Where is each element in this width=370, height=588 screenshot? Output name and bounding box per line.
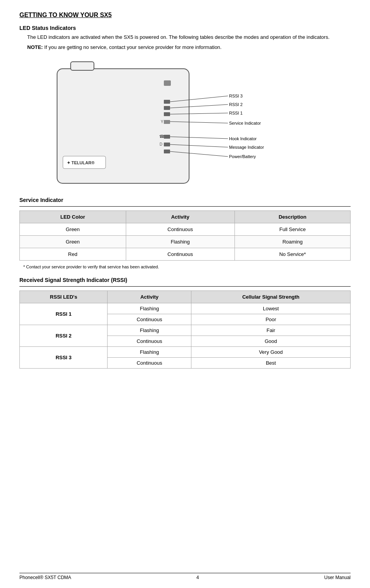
- rssi2-desc1: Fair: [191, 325, 351, 336]
- svg-text:Hook Indicator: Hook Indicator: [229, 136, 257, 141]
- rssi3-activity1: Flashing: [108, 347, 191, 358]
- table-row: Green Continuous Full Service: [20, 223, 351, 236]
- rssi-col-header-led: RSSI LED's: [20, 291, 108, 303]
- svg-text:Service Indicator: Service Indicator: [229, 121, 261, 125]
- page-footer: Phonecell® SX5T CDMA 4 User Manual: [19, 573, 351, 580]
- cell-led-2: Green: [20, 236, 126, 248]
- table-row: Green Flashing Roaming: [20, 236, 351, 248]
- table-row: RSSI 1 Flashing Lowest: [20, 303, 351, 314]
- col-header-activity: Activity: [126, 211, 235, 223]
- svg-rect-4: [164, 106, 170, 110]
- table-row: RSSI 2 Flashing Fair: [20, 325, 351, 336]
- divider-2: [19, 286, 351, 287]
- note-body: If you are getting no service, contact y…: [43, 44, 221, 50]
- cell-desc-1: Full Service: [235, 223, 350, 236]
- svg-rect-2: [164, 80, 171, 86]
- cell-led-1: Green: [20, 223, 126, 236]
- footer-center: 4: [196, 575, 199, 580]
- divider-1: [19, 206, 351, 207]
- rssi2-label: RSSI 2: [20, 325, 108, 347]
- rssi1-activity2: Continuous: [108, 314, 191, 325]
- svg-text:RSSI 3: RSSI 3: [229, 94, 243, 98]
- rssi1-desc1: Lowest: [191, 303, 351, 314]
- body-text-1: The LED indicators are activated when th…: [27, 33, 351, 41]
- svg-text:Power/Battery: Power/Battery: [229, 154, 256, 159]
- service-indicator-table: LED Color Activity Description Green Con…: [19, 210, 351, 261]
- rssi3-activity2: Continuous: [108, 358, 191, 369]
- device-svg: Y ☎ D ✦ TELULAR® RSSI 3 RSSI 2 RSSI 1 Se…: [49, 57, 321, 189]
- rssi2-desc2: Good: [191, 336, 351, 347]
- rssi1-label: RSSI 1: [20, 303, 108, 325]
- rssi2-activity2: Continuous: [108, 336, 191, 347]
- svg-rect-10: [164, 143, 170, 146]
- footnote: * Contact your service provider to verif…: [23, 264, 351, 269]
- cell-desc-2: Roaming: [235, 236, 350, 248]
- svg-text:RSSI 2: RSSI 2: [229, 102, 243, 107]
- page-title: GETTING TO KNOW YOUR SX5: [19, 12, 351, 19]
- rssi3-label: RSSI 3: [20, 347, 108, 369]
- table-row: RSSI 3 Flashing Very Good: [20, 347, 351, 358]
- svg-text:✦ TELULAR®: ✦ TELULAR®: [67, 160, 95, 165]
- rssi1-desc2: Poor: [191, 314, 351, 325]
- cell-activity-2: Flashing: [126, 236, 235, 248]
- rssi3-desc1: Very Good: [191, 347, 351, 358]
- cell-desc-3: No Service*: [235, 248, 350, 261]
- col-header-description: Description: [235, 211, 350, 223]
- rssi3-desc2: Best: [191, 358, 351, 369]
- service-indicator-heading: Service Indicator: [19, 197, 351, 203]
- svg-text:Y: Y: [161, 120, 163, 124]
- svg-text:☎: ☎: [159, 134, 165, 139]
- cell-led-3: Red: [20, 248, 126, 261]
- section-heading-led: LED Status Indicators: [19, 25, 351, 31]
- svg-text:Message Indicator: Message Indicator: [229, 145, 264, 150]
- rssi-table: RSSI LED's Activity Cellular Signal Stre…: [19, 291, 351, 369]
- device-diagram: Y ☎ D ✦ TELULAR® RSSI 3 RSSI 2 RSSI 1 Se…: [19, 57, 351, 189]
- svg-rect-8: [164, 135, 170, 139]
- rssi-col-header-activity: Activity: [108, 291, 191, 303]
- table-row: Red Continuous No Service*: [20, 248, 351, 261]
- svg-rect-12: [164, 150, 170, 153]
- footer-left: Phonecell® SX5T CDMA: [19, 575, 71, 580]
- note-text: NOTE: If you are getting no service, con…: [27, 43, 351, 51]
- rssi-col-header-strength: Cellular Signal Strength: [191, 291, 351, 303]
- svg-text:RSSI 1: RSSI 1: [229, 111, 243, 115]
- footer-right: User Manual: [324, 575, 351, 580]
- svg-rect-5: [164, 112, 170, 116]
- rssi1-activity1: Flashing: [108, 303, 191, 314]
- cell-activity-3: Continuous: [126, 248, 235, 261]
- col-header-led-color: LED Color: [20, 211, 126, 223]
- svg-rect-1: [71, 62, 94, 70]
- note-label: NOTE:: [27, 44, 43, 50]
- cell-activity-1: Continuous: [126, 223, 235, 236]
- svg-rect-3: [164, 100, 170, 104]
- rssi-section-heading: Received Signal Strength Indicator (RSSI…: [19, 277, 351, 283]
- svg-rect-6: [164, 120, 170, 124]
- rssi2-activity1: Flashing: [108, 325, 191, 336]
- svg-text:D: D: [160, 142, 162, 146]
